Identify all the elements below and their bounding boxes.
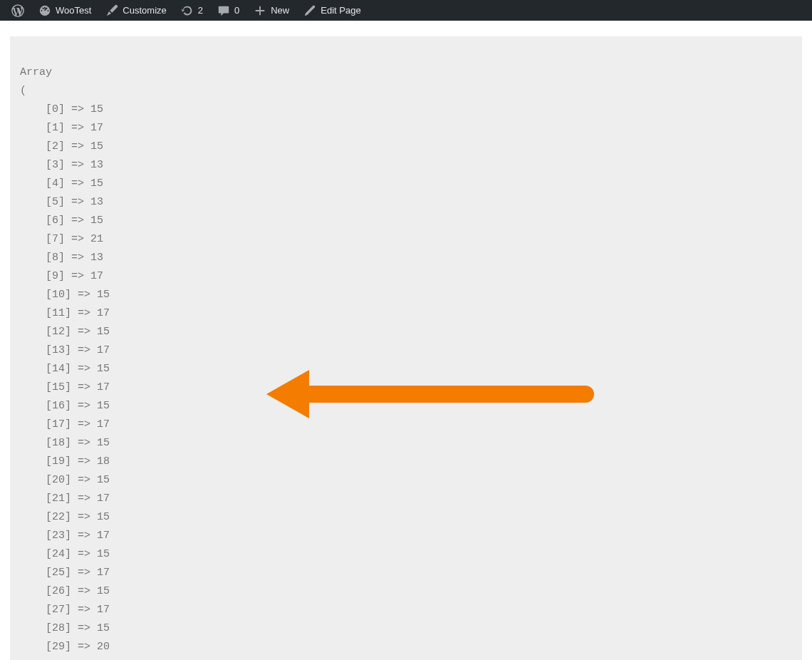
- updates-link[interactable]: 2: [175, 0, 209, 21]
- brush-icon: [105, 4, 118, 17]
- update-icon: [181, 4, 194, 17]
- site-name-label: WooTest: [56, 5, 91, 16]
- dashboard-icon: [38, 4, 51, 17]
- comment-icon: [217, 4, 230, 17]
- customize-link[interactable]: Customize: [100, 0, 172, 21]
- new-content-link[interactable]: New: [248, 0, 295, 21]
- new-label: New: [271, 5, 289, 16]
- edit-page-label: Edit Page: [321, 5, 360, 16]
- array-open-paren: (: [20, 85, 26, 97]
- print-r-output: Array ( [0] => 15 [1] => 17 [2] => 15 [3…: [10, 36, 802, 660]
- page-content: Array ( [0] => 15 [1] => 17 [2] => 15 [3…: [10, 36, 802, 660]
- wp-logo-menu[interactable]: [6, 0, 30, 21]
- comments-link[interactable]: 0: [212, 0, 245, 21]
- updates-count: 2: [198, 5, 203, 16]
- pencil-icon: [303, 4, 316, 17]
- edit-page-link[interactable]: Edit Page: [298, 0, 366, 21]
- array-header: Array: [20, 66, 52, 78]
- site-name-link[interactable]: WooTest: [33, 0, 97, 21]
- plus-icon: [254, 4, 266, 17]
- wp-admin-bar: WooTest Customize 2 0 New Edit Page: [0, 0, 812, 21]
- comments-count: 0: [234, 5, 239, 16]
- array-rows: [0] => 15 [1] => 17 [2] => 15 [3] => 13 …: [20, 100, 792, 660]
- wordpress-icon: [11, 4, 24, 17]
- customize-label: Customize: [123, 5, 166, 16]
